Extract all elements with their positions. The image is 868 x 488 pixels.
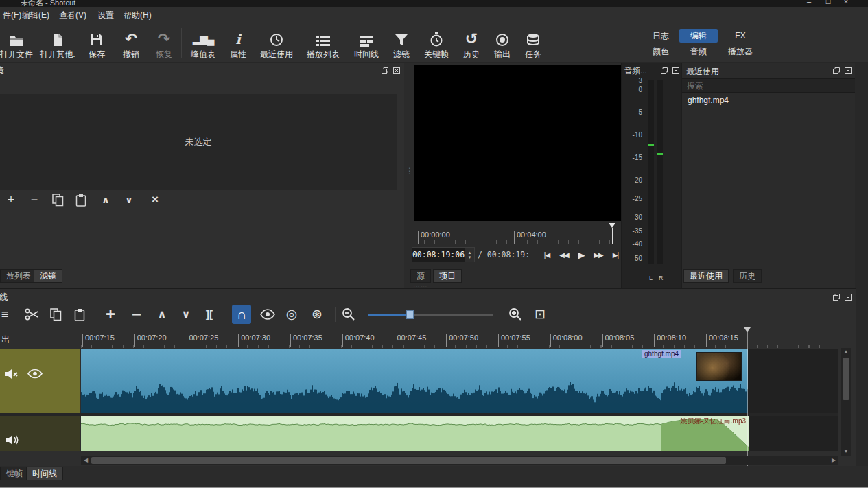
list-item[interactable]: ghfhgf.mp4 <box>682 93 856 107</box>
close-panel-icon[interactable] <box>671 66 680 75</box>
speaker-icon[interactable] <box>5 434 19 445</box>
master-track-label[interactable]: 出 <box>1 334 10 346</box>
position-input[interactable]: 00:08:19:06 <box>412 247 465 262</box>
maximize-button[interactable]: □ <box>821 0 836 5</box>
video-track-header[interactable] <box>0 349 80 413</box>
timeline-menu-button[interactable]: ≡ <box>0 305 14 323</box>
output-button[interactable]: 输出 <box>489 26 516 60</box>
tab-project[interactable]: 项目 <box>433 269 462 283</box>
open-file-button[interactable]: 打开文件 <box>0 26 33 60</box>
spinner-down-icon[interactable]: ▾ <box>469 255 471 259</box>
ripple-toggle-button[interactable]: ◎ <box>283 305 301 323</box>
zoom-slider-thumb[interactable] <box>406 310 414 319</box>
ripple-delete-button[interactable]: − <box>128 305 145 323</box>
save-button[interactable]: 保存 <box>82 26 111 60</box>
tab-source[interactable]: 源 <box>410 269 431 283</box>
player-scrub-bar[interactable]: 00:00:00 00:04:00 <box>414 229 621 244</box>
history-button[interactable]: ↺ 历史 <box>457 26 486 60</box>
zoom-fit-button[interactable]: ⊡ <box>531 305 549 323</box>
playlist-button[interactable]: 播放列表 <box>302 26 344 60</box>
scrub-while-dragging-button[interactable] <box>259 305 277 323</box>
move-filter-down-button[interactable]: ∨ <box>119 192 139 207</box>
layout-color-button[interactable]: 颜色 <box>644 45 678 58</box>
filters-button[interactable]: 滤镜 <box>388 26 414 60</box>
tab-timeline[interactable]: 时间线 <box>26 467 63 480</box>
paste-button[interactable] <box>71 305 89 323</box>
spinner-up-icon[interactable]: ▴ <box>469 250 471 255</box>
peak-meter-button[interactable]: ▂▆▄ 峰值表 <box>185 26 221 60</box>
tab-filters[interactable]: 滤镜 <box>34 269 62 283</box>
layout-editing-button[interactable]: 编辑 <box>679 29 718 43</box>
audio-clip[interactable]: 姚贝娜-又忆江南.mp3 <box>81 416 749 451</box>
splitter-handle[interactable]: ⋮ <box>406 166 414 176</box>
close-panel-icon[interactable] <box>392 66 401 75</box>
position-spinner[interactable]: ▴ ▾ <box>465 247 475 262</box>
move-filter-up-button[interactable]: ∧ <box>96 192 115 207</box>
timeline-ruler-label: 00:07:15 <box>82 334 115 347</box>
scroll-right-icon[interactable]: ▶ <box>829 456 838 465</box>
tab-playlist[interactable]: 放列表 <box>0 269 37 283</box>
skip-to-start-button[interactable]: |◀ <box>539 247 555 262</box>
float-panel-icon[interactable] <box>832 292 841 301</box>
deselect-filter-button[interactable]: × <box>145 192 165 207</box>
lift-button[interactable]: ∧ <box>153 305 171 323</box>
open-other-button[interactable]: 打开其他. <box>36 26 80 60</box>
mute-track-icon[interactable] <box>5 369 20 380</box>
ripple-all-tracks-button[interactable]: ⊛ <box>308 305 326 323</box>
rewind-button[interactable]: ◀◀ <box>556 247 572 262</box>
split-button[interactable]: ][ <box>200 305 218 323</box>
recent-button[interactable]: 最近使用 <box>255 26 298 60</box>
v-scrollbar-thumb[interactable] <box>843 358 849 400</box>
search-input[interactable] <box>682 79 856 92</box>
snap-toggle-button[interactable]: ∩ <box>232 305 251 324</box>
scroll-up-icon[interactable]: ▲ <box>841 348 851 356</box>
player-playhead[interactable] <box>609 223 615 228</box>
close-panel-icon[interactable] <box>843 292 852 301</box>
layout-audio-button[interactable]: 音频 <box>679 45 718 58</box>
redo-button[interactable]: ↷ 恢复 <box>150 26 178 60</box>
copy-button[interactable] <box>47 305 64 323</box>
append-button[interactable]: + <box>102 305 119 323</box>
menu-item-settings[interactable]: 设置 <box>95 7 117 24</box>
video-preview[interactable] <box>414 65 621 221</box>
properties-button[interactable]: i 属性 <box>225 26 251 60</box>
video-clip[interactable]: ghfhgf.mp4 <box>81 349 748 413</box>
float-panel-icon[interactable] <box>380 66 389 75</box>
audio-track-header[interactable] <box>0 416 80 451</box>
play-button[interactable]: ▶ <box>573 247 589 262</box>
close-button[interactable]: × <box>838 0 854 5</box>
layout-fx-button[interactable]: FX <box>719 29 762 43</box>
layout-logging-button[interactable]: 日志 <box>644 29 678 43</box>
timeline-h-scrollbar[interactable]: ◀ ▶ <box>81 456 838 465</box>
overwrite-button[interactable]: ∨ <box>177 305 195 323</box>
zoom-out-button[interactable] <box>340 305 357 323</box>
add-filter-button[interactable]: + <box>1 192 21 207</box>
menu-item-help[interactable]: 帮助(H) <box>121 7 154 24</box>
h-scrollbar-thumb[interactable] <box>91 457 726 464</box>
cut-button[interactable] <box>23 305 40 323</box>
minimize-button[interactable]: – <box>801 0 817 5</box>
tab-keyframes[interactable]: 键帧 <box>0 467 29 480</box>
timeline-v-scrollbar[interactable]: ▲ ▼ <box>841 348 851 456</box>
menu-item-edit[interactable]: 编辑(E) <box>19 7 52 24</box>
close-panel-icon[interactable] <box>843 66 852 75</box>
undo-button[interactable]: ↶ 撤销 <box>117 26 145 60</box>
paste-filters-button[interactable] <box>71 192 91 207</box>
timeline-button[interactable]: 时间线 <box>349 26 384 60</box>
float-panel-icon[interactable] <box>832 66 841 75</box>
zoom-in-button[interactable] <box>506 305 524 323</box>
hide-track-icon[interactable] <box>27 369 43 380</box>
copy-filters-button[interactable] <box>48 192 67 207</box>
keyframes-button[interactable]: 关键帧 <box>419 26 454 60</box>
timeline-ruler[interactable]: 00:07:1500:07:2000:07:2500:07:3000:07:35… <box>81 332 838 348</box>
jobs-button[interactable]: 任务 <box>519 26 548 60</box>
scroll-left-icon[interactable]: ◀ <box>81 456 91 465</box>
tab-history[interactable]: 历史 <box>733 269 762 283</box>
fast-forward-button[interactable]: ▶▶ <box>590 247 607 262</box>
remove-filter-button[interactable]: − <box>25 192 44 207</box>
float-panel-icon[interactable] <box>659 66 668 75</box>
layout-player-button[interactable]: 播放器 <box>719 45 762 58</box>
scroll-down-icon[interactable]: ▼ <box>841 448 851 456</box>
tab-recent[interactable]: 最近使用 <box>683 269 729 283</box>
menu-item-view[interactable]: 查看(V) <box>56 7 89 24</box>
